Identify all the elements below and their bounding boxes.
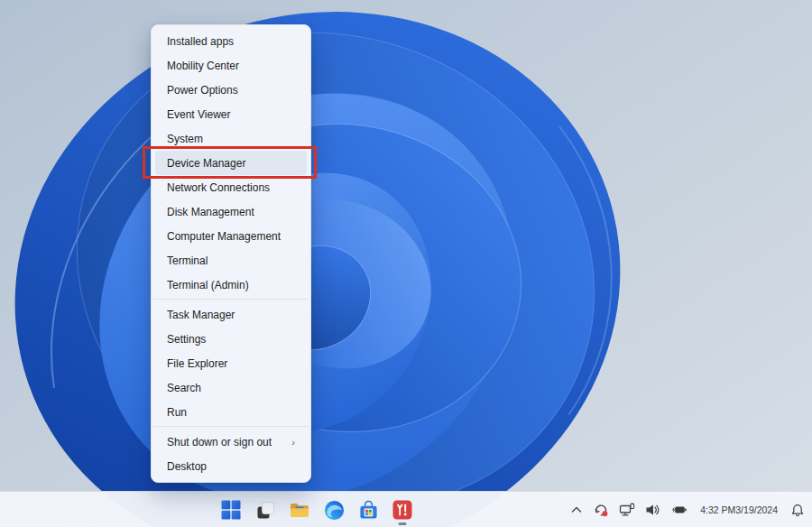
microsoft-store-icon xyxy=(358,500,379,521)
folder-icon xyxy=(289,499,310,521)
chevron-up-icon xyxy=(569,503,584,517)
file-explorer-button[interactable] xyxy=(282,492,317,527)
task-view-button[interactable] xyxy=(248,492,282,527)
menu-item-shut-down-or-sign-out[interactable]: Shut down or sign out › xyxy=(155,430,307,454)
edge-browser-icon xyxy=(324,500,345,521)
battery-tray-button[interactable] xyxy=(669,497,689,522)
menu-item-event-viewer[interactable]: Event Viewer xyxy=(155,102,307,126)
start-button[interactable] xyxy=(214,492,248,527)
clock-date: 3/19/2024 xyxy=(735,504,778,516)
battery-charging-icon xyxy=(670,503,687,517)
update-status-tray-button[interactable] xyxy=(592,497,611,522)
menu-separator xyxy=(153,426,309,427)
menu-separator xyxy=(153,299,309,300)
red-utility-app-icon xyxy=(392,500,412,520)
desktop-wallpaper[interactable] xyxy=(0,0,812,527)
desktop: Installed apps Mobility Center Power Opt… xyxy=(0,0,812,527)
red-utility-app-button[interactable] xyxy=(385,492,420,527)
edge-button[interactable] xyxy=(317,492,351,527)
clock-time: 4:32 PM xyxy=(700,504,735,516)
menu-item-power-options[interactable]: Power Options xyxy=(155,78,307,102)
ethernet-network-icon xyxy=(619,503,635,518)
menu-item-system[interactable]: System xyxy=(155,126,307,151)
menu-item-disk-management[interactable]: Disk Management xyxy=(155,199,307,224)
menu-item-mobility-center[interactable]: Mobility Center xyxy=(155,53,307,78)
menu-item-run[interactable]: Run xyxy=(155,400,307,424)
notification-bell-icon xyxy=(790,503,805,518)
menu-item-terminal[interactable]: Terminal xyxy=(155,248,307,273)
volume-tray-button[interactable] xyxy=(643,497,662,522)
menu-item-device-manager[interactable]: Device Manager xyxy=(155,151,307,175)
menu-item-settings[interactable]: Settings xyxy=(155,327,307,351)
update-pending-icon xyxy=(594,503,609,518)
network-tray-button[interactable] xyxy=(617,497,637,522)
menu-item-search[interactable]: Search xyxy=(155,375,307,400)
microsoft-store-button[interactable] xyxy=(351,492,385,527)
menu-item-terminal-admin[interactable]: Terminal (Admin) xyxy=(155,273,307,297)
running-app-indicator xyxy=(399,522,407,525)
menu-item-file-explorer[interactable]: File Explorer xyxy=(155,351,307,375)
taskbar-clock[interactable]: 4:32 PM 3/19/2024 xyxy=(698,497,780,522)
notification-center-button[interactable] xyxy=(789,497,807,522)
show-hidden-icons-button[interactable] xyxy=(567,497,586,522)
menu-item-computer-management[interactable]: Computer Management xyxy=(155,224,307,248)
menu-item-desktop[interactable]: Desktop xyxy=(155,454,307,478)
speaker-volume-icon xyxy=(645,503,660,517)
menu-item-installed-apps[interactable]: Installed apps xyxy=(155,29,307,53)
winx-context-menu: Installed apps Mobility Center Power Opt… xyxy=(151,24,311,483)
menu-item-network-connections[interactable]: Network Connections xyxy=(155,175,307,199)
taskbar: 4:32 PM 3/19/2024 xyxy=(0,491,812,527)
submenu-chevron-icon: › xyxy=(291,437,295,448)
system-tray: 4:32 PM 3/19/2024 xyxy=(567,492,807,527)
menu-item-task-manager[interactable]: Task Manager xyxy=(155,302,307,327)
taskbar-app-icons xyxy=(214,492,420,527)
windows-logo-icon xyxy=(221,500,241,520)
task-view-icon xyxy=(256,501,275,520)
